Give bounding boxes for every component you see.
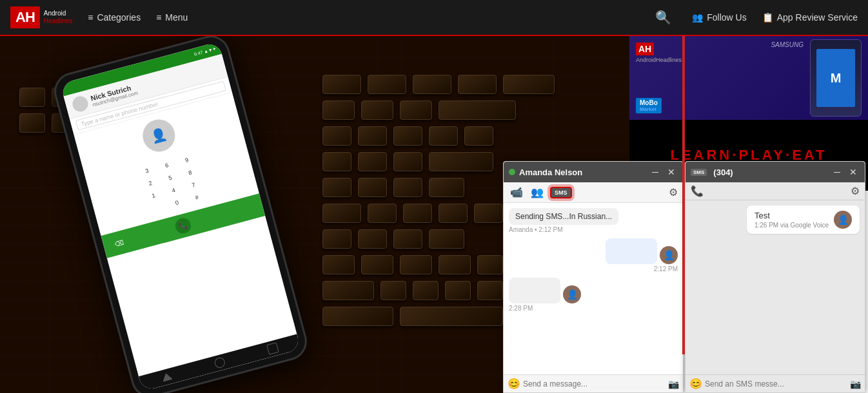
sms-header-badge: SMS	[691, 169, 707, 176]
chat-avatar-3: 👤	[563, 285, 581, 303]
camera-button[interactable]: 📷	[668, 379, 679, 389]
mobo-market-label: Market	[640, 106, 658, 112]
chat-right-toolbar: 📞 ⚙	[686, 182, 865, 200]
chat-time-2: 2:12 PM	[606, 265, 678, 273]
follow-us-nav[interactable]: 👥 Follow Us	[692, 12, 746, 23]
sms-gear-icon[interactable]: ⚙	[851, 185, 860, 197]
chat-bubble-1: Sending SMS...In Russian...	[509, 208, 618, 225]
mobo-badge: MoBo Market	[636, 98, 662, 113]
sidebar-ad1[interactable]: AH AndroidHeadlines SAMSUNG M MoBo Marke…	[629, 36, 868, 120]
people-icon: 👥	[692, 12, 703, 23]
hamburger-icon: ≡	[88, 12, 93, 23]
logo-box: AH	[10, 6, 40, 28]
search-button[interactable]: 🔍	[650, 7, 676, 28]
categories-nav[interactable]: ≡ Categories	[88, 12, 141, 23]
sms-emoji-button[interactable]: 😊	[689, 378, 702, 390]
emoji-button[interactable]: 😊	[508, 378, 520, 390]
logo[interactable]: AH Android Headlines	[10, 6, 72, 28]
header: AH Android Headlines ≡ Categories ≡ Menu…	[0, 0, 868, 36]
phone-call-btn[interactable]: 📞	[173, 216, 192, 235]
chat-avatar-2: 👤	[660, 246, 678, 264]
sms-avatar: 👤	[834, 211, 852, 229]
chat-left-toolbar: 📹 👥 SMS ⚙	[504, 182, 683, 203]
phone-img-sidebar: M	[810, 39, 862, 117]
chat-bubble-2	[606, 238, 657, 264]
logo-subtext: Android Headlines	[44, 10, 72, 25]
samsung-badge: SAMSUNG	[771, 41, 804, 48]
chat-settings-icon[interactable]: ⚙	[669, 186, 678, 198]
chat-window-amanda: Amanda Nelson ─ ✕ 📹 👥 SMS ⚙ Sending SMS.…	[503, 161, 684, 393]
chat-time-1: Amanda • 2:12 PM	[509, 226, 618, 233]
chat-time-3: 2:28 PM	[509, 305, 581, 312]
sms-close-button[interactable]: ✕	[847, 166, 860, 178]
sms-badge-button[interactable]: SMS	[550, 187, 572, 198]
sms-msg-text: Test	[755, 211, 829, 220]
video-call-icon[interactable]: 📹	[509, 185, 524, 200]
chat-title: Amanda Nelson	[519, 168, 646, 177]
sms-phone-icon[interactable]: 📞	[691, 185, 704, 197]
menu-nav[interactable]: ≡ Menu	[156, 12, 188, 23]
chat-minimize-button[interactable]: ─	[649, 166, 661, 178]
market-screen: M	[816, 49, 855, 107]
mobo-logo: MoBo	[640, 99, 658, 106]
app-review-nav[interactable]: 📋 App Review Service	[762, 12, 858, 23]
sms-message-1: Test 1:26 PM via Google Voice 👤	[747, 206, 860, 234]
phone-back-btn	[161, 372, 173, 382]
ah-logo-small: AH AndroidHeadlines	[636, 43, 682, 63]
phone-avatar: 👤	[139, 116, 179, 155]
sms-msg-time: 1:26 PM via Google Voice	[755, 222, 829, 229]
chat-message-3: 👤 2:28 PM	[509, 278, 581, 312]
sms-camera-button[interactable]: 📷	[850, 379, 861, 389]
sms-input-field[interactable]	[705, 379, 847, 388]
chat-message-1: Sending SMS...In Russian... Amanda • 2:1…	[509, 208, 618, 233]
sms-minimize-button[interactable]: ─	[831, 166, 843, 178]
chat-right-header: SMS (304) ─ ✕	[686, 162, 865, 182]
phone-recent-btn	[266, 342, 279, 355]
chat-close-button[interactable]: ✕	[665, 166, 678, 178]
hamburger-icon-2: ≡	[156, 12, 161, 23]
sms-input-area: 😊 📷	[686, 374, 865, 392]
chat-message-2: 👤 2:12 PM	[606, 238, 678, 273]
chat-bubble-3	[509, 278, 560, 303]
main-content: 6:47 ▲▼✦ Nick Sutrich nsutrich@gmail.com	[0, 36, 868, 393]
chat-left-header: Amanda Nelson ─ ✕	[504, 162, 683, 182]
phone-end-btn	[238, 199, 257, 218]
add-person-icon[interactable]: 👥	[529, 185, 545, 200]
chat-messages-area: Sending SMS...In Russian... Amanda • 2:1…	[504, 203, 683, 374]
chat-input-area: 😊 📷	[504, 374, 683, 392]
sms-phone-number: (304)	[713, 168, 827, 177]
market-icon: M	[831, 71, 842, 86]
chat-window-sms: SMS (304) ─ ✕ 📞 ⚙ Test 1:26 PM via Googl…	[685, 161, 865, 393]
scroll-divider	[682, 36, 685, 354]
phone-home-btn	[213, 356, 226, 369]
chat-input-field[interactable]	[523, 379, 666, 388]
phone-delete-btn: ⌫	[110, 233, 128, 252]
clipboard-icon: 📋	[762, 12, 773, 23]
chat-status-indicator	[509, 169, 515, 175]
sms-messages-area: Test 1:26 PM via Google Voice 👤	[686, 200, 865, 374]
